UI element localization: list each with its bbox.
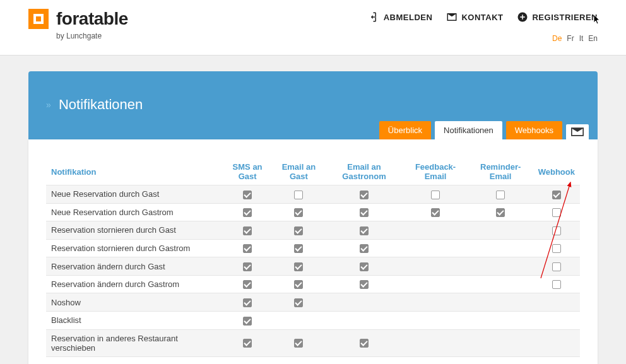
cell-webhook (533, 293, 580, 312)
cell-reminder_email (468, 293, 533, 312)
cell-feedback_email (403, 311, 468, 329)
top-bar: foratable by Lunchgate ABMELDEN KONTAKT … (0, 0, 626, 56)
checkbox-sms_gast[interactable] (243, 339, 252, 348)
checkbox-webhook[interactable] (552, 226, 561, 235)
cell-email_gastronom (326, 257, 403, 276)
cell-reminder_email (468, 239, 533, 257)
col-sms-gast: SMS an Gast (223, 158, 272, 185)
table-row: Noshow (46, 293, 580, 312)
tab-mail[interactable] (566, 124, 589, 139)
row-label: Neue Reservation durch Gastrom (46, 203, 223, 221)
checkbox-email_gastronom[interactable] (360, 244, 369, 253)
cell-email_gast (272, 329, 325, 356)
table-row: Blacklist (46, 311, 580, 329)
col-reminder-email: Reminder-Email (468, 158, 533, 185)
cell-sms_gast (223, 275, 272, 293)
lang-fr[interactable]: Fr (567, 34, 574, 43)
cell-reminder_email (468, 311, 533, 329)
cell-reminder_email (468, 221, 533, 240)
checkbox-reminder_email[interactable] (496, 191, 505, 199)
checkbox-sms_gast[interactable] (243, 280, 252, 289)
row-label: Neue Reservation durch Gast (46, 185, 223, 204)
cell-sms_gast (223, 239, 272, 257)
page-title: Notifikationen (59, 97, 143, 112)
cell-email_gastronom (326, 221, 403, 240)
language-bar: De Fr It En (552, 34, 598, 43)
top-nav: ABMELDEN KONTAKT REGISTRIEREN (369, 11, 598, 23)
cell-email_gast (272, 221, 325, 240)
tab-overview[interactable]: Überblick (379, 121, 431, 139)
checkbox-sms_gast[interactable] (243, 262, 252, 271)
checkbox-email_gast[interactable] (294, 244, 303, 253)
checkbox-email_gast[interactable] (294, 208, 303, 217)
tab-webhooks[interactable]: Webhooks (506, 121, 562, 139)
notification-table: Notifikation SMS an Gast Email an Gast E… (46, 158, 580, 357)
chevron-right-icon: » (46, 100, 51, 110)
register-link[interactable]: REGISTRIEREN (517, 11, 598, 23)
table-row: Reservation in anderes Restaurant versch… (46, 329, 580, 356)
row-label: Reservation in anderes Restaurant versch… (46, 329, 223, 356)
cell-sms_gast (223, 257, 272, 276)
row-label: Noshow (46, 293, 223, 312)
cell-reminder_email (468, 275, 533, 293)
checkbox-email_gastronom[interactable] (360, 339, 369, 348)
checkbox-email_gastronom[interactable] (360, 280, 369, 289)
checkbox-webhook[interactable] (552, 280, 561, 289)
checkbox-reminder_email[interactable] (496, 208, 505, 217)
table-row: Reservation ändern durch Gastrom (46, 275, 580, 293)
logout-link[interactable]: ABMELDEN (369, 11, 433, 23)
cell-webhook (533, 185, 580, 204)
checkbox-webhook[interactable] (552, 262, 561, 271)
cell-sms_gast (223, 293, 272, 312)
checkbox-email_gastronom[interactable] (360, 191, 369, 199)
tab-notifications[interactable]: Notifikationen (435, 121, 502, 139)
checkbox-email_gast[interactable] (294, 262, 303, 271)
tab-row: Überblick Notifikationen Webhooks (379, 121, 598, 139)
cell-sms_gast (223, 311, 272, 329)
checkbox-email_gastronom[interactable] (360, 226, 369, 235)
checkbox-sms_gast[interactable] (243, 191, 252, 199)
col-notifikation: Notifikation (46, 158, 223, 185)
cell-email_gastronom (326, 185, 403, 204)
lang-en[interactable]: En (588, 34, 598, 43)
lang-it[interactable]: It (579, 34, 584, 43)
cell-feedback_email (403, 257, 468, 276)
cell-reminder_email (468, 257, 533, 276)
cell-feedback_email (403, 293, 468, 312)
cell-email_gast (272, 239, 325, 257)
cell-reminder_email (468, 329, 533, 356)
checkbox-sms_gast[interactable] (243, 244, 252, 253)
lang-de[interactable]: De (552, 34, 562, 43)
checkbox-feedback_email[interactable] (431, 208, 440, 217)
checkbox-sms_gast[interactable] (243, 298, 252, 307)
checkbox-email_gastronom[interactable] (360, 208, 369, 217)
checkbox-webhook[interactable] (552, 244, 561, 253)
checkbox-email_gast[interactable] (294, 191, 303, 199)
table-row: Reservation stornieren durch Gastrom (46, 239, 580, 257)
cell-webhook (533, 257, 580, 276)
checkbox-email_gast[interactable] (294, 339, 303, 348)
cell-feedback_email (403, 275, 468, 293)
page-header: » Notifikationen Überblick Notifikatione… (28, 71, 598, 139)
cell-email_gast (272, 293, 325, 312)
register-label: REGISTRIEREN (532, 13, 598, 22)
checkbox-email_gastronom[interactable] (360, 262, 369, 271)
col-webhook: Webhook (533, 158, 580, 185)
logo-area: foratable by Lunchgate (28, 9, 128, 40)
content-panel: Notifikation SMS an Gast Email an Gast E… (28, 139, 598, 364)
checkbox-email_gast[interactable] (294, 298, 303, 307)
checkbox-webhook[interactable] (552, 208, 561, 217)
contact-label: KONTAKT (461, 13, 503, 22)
cell-email_gastronom (326, 239, 403, 257)
logout-icon (369, 11, 380, 23)
cell-sms_gast (223, 329, 272, 356)
table-header-row: Notifikation SMS an Gast Email an Gast E… (46, 158, 580, 185)
checkbox-sms_gast[interactable] (243, 208, 252, 217)
contact-link[interactable]: KONTAKT (446, 11, 503, 23)
checkbox-sms_gast[interactable] (243, 317, 252, 326)
checkbox-email_gast[interactable] (294, 226, 303, 235)
checkbox-email_gast[interactable] (294, 280, 303, 289)
checkbox-feedback_email[interactable] (431, 191, 440, 199)
checkbox-webhook[interactable] (552, 191, 561, 199)
checkbox-sms_gast[interactable] (243, 226, 252, 235)
